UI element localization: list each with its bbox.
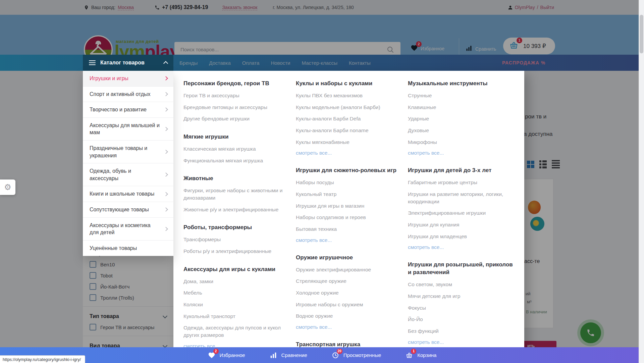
mega-menu-group-title[interactable]: Игрушки для сюжетно-ролевых игр — [296, 167, 398, 174]
count-badge: 20 — [337, 349, 342, 354]
sidebar-item-label: Книги и школьные товары — [90, 190, 154, 198]
mega-menu-item[interactable]: Без функций — [408, 327, 515, 335]
mega-menu-item[interactable]: Кукольный театр — [296, 191, 398, 198]
see-all-link[interactable]: смотреть все... — [408, 244, 515, 250]
catalog-button[interactable]: Каталог товаров — [83, 55, 173, 71]
mega-menu-item[interactable]: Дома, замки — [183, 278, 286, 285]
mega-menu-item[interactable]: Мячи детские для игр — [408, 293, 515, 300]
mega-menu-item[interactable]: Оружие электрифицированное — [296, 266, 398, 273]
bottombar-item-сравнение[interactable]: Сравнение — [269, 351, 307, 359]
sidebar-item[interactable]: Праздничные товары и украшения — [83, 141, 173, 163]
hamburger-icon — [89, 59, 96, 66]
mega-menu-item[interactable]: Струнные — [408, 92, 515, 99]
mega-menu-item[interactable]: Животные р/у и электрифицированные — [183, 206, 286, 213]
mega-menu-group: Игрушки для детей до 3-х летГабаритные и… — [408, 167, 515, 250]
mega-menu-item[interactable]: Игрушки для игры в магазин — [296, 202, 398, 210]
mega-menu-group-title[interactable]: Оружие игрушечное — [296, 254, 398, 262]
sidebar-item[interactable]: Уценённые товары — [83, 241, 173, 256]
sidebar-item-label: Одежда, обувь и аксессуары — [90, 167, 161, 182]
mega-menu-item[interactable]: Клавишные — [408, 104, 515, 111]
mega-menu-item[interactable]: Йо-Йо — [408, 316, 515, 323]
mega-menu-panel: Персонажи брендов, герои ТВГерои ТВ и ак… — [173, 71, 524, 363]
scrollbar-thumb[interactable] — [640, 15, 643, 53]
mega-menu-item[interactable]: Классическая мягкая игрушка — [183, 145, 286, 153]
bottombar-item-избранное[interactable]: 2Избранное — [208, 351, 245, 359]
sidebar-item[interactable]: Сопутствующие товары — [83, 202, 173, 218]
heart-icon: 2 — [208, 351, 216, 359]
mega-menu-group-title[interactable]: Игрушки для детей до 3-х лет — [408, 167, 515, 174]
mega-menu-item[interactable]: Игрушки на развитие моторики, логики, ко… — [408, 191, 515, 205]
mega-menu-item[interactable]: Холодное оружие — [296, 289, 398, 297]
mega-menu-item[interactable]: Роботы р/у и электрифицированные — [183, 248, 286, 255]
mega-menu-item[interactable]: Куклы-аналоги Барби noname — [296, 127, 398, 134]
mega-menu-item[interactable]: Герои ТВ и аксессуары — [183, 92, 286, 99]
bottom-quick-bar: 2ИзбранноеСравнение20Просмотренные1Корзи… — [0, 347, 644, 363]
mega-menu-item[interactable]: Куклы мягконабивные — [296, 139, 398, 146]
sidebar-item[interactable]: Аксессуары и косметика для детей — [83, 218, 173, 241]
mega-menu-item[interactable]: Коляски — [183, 301, 286, 308]
mega-menu-item[interactable]: Куклы-аналоги Барби Defa — [296, 115, 398, 122]
mega-menu-item[interactable]: Куклы модельные (аналоги Барби) — [296, 104, 398, 111]
history-icon: 20 — [331, 351, 339, 359]
mega-menu-item[interactable]: Стреляющее оружие — [296, 277, 398, 285]
mega-menu-item[interactable]: Мебель — [183, 289, 286, 297]
mega-menu-item[interactable]: Другие брендовые игрушки — [183, 115, 286, 122]
sidebar-item[interactable]: Одежда, обувь и аксессуары — [83, 163, 173, 186]
mega-menu-item[interactable]: Кукольный транспорт — [183, 313, 286, 320]
see-all-link[interactable]: смотреть все... — [296, 150, 398, 156]
mega-menu-group-title[interactable]: Роботы, трансформеры — [183, 224, 286, 231]
mega-menu-item[interactable]: Габаритные игровые центры — [408, 179, 515, 186]
mega-menu-item[interactable]: Функциональная мягкая игрушка — [183, 157, 286, 164]
mega-menu-item[interactable]: Ударные — [408, 115, 515, 122]
mega-menu-item[interactable]: Игровые наборы с оружием — [296, 301, 398, 308]
mega-menu-column: Куклы и наборы с кукламиКуклы ПВХ без ме… — [296, 80, 398, 363]
count-badge: 1 — [411, 349, 416, 354]
mega-menu-item[interactable]: Духовые — [408, 127, 515, 134]
chevron-right-icon — [164, 207, 168, 212]
mega-menu-group-title[interactable]: Животные — [183, 175, 286, 183]
see-all-link[interactable]: смотреть все... — [296, 324, 398, 330]
mega-menu-group-title[interactable]: Куклы и наборы с куклами — [296, 80, 398, 88]
mega-menu-item[interactable]: Наборы посуды — [296, 179, 398, 186]
chevron-right-icon — [164, 172, 168, 177]
mega-menu-group-title[interactable]: Музыкальные инструменты — [408, 80, 515, 88]
mega-menu-item[interactable]: Трансформеры — [183, 236, 286, 243]
mega-menu-item[interactable]: Игрушки для младенцев — [408, 233, 515, 240]
sidebar-item[interactable]: Спорт и активный отдых — [83, 87, 173, 102]
mega-menu-item[interactable]: Микрофоны — [408, 139, 515, 146]
sidebar-item[interactable]: Творчество и развитие — [83, 102, 173, 118]
mega-menu-group-title[interactable]: Персонажи брендов, герои ТВ — [183, 80, 286, 88]
mega-menu-item[interactable]: Одежда, аксессуары для пупсов и кукол др… — [183, 324, 286, 339]
see-all-link[interactable]: смотреть все... — [296, 237, 398, 243]
see-all-link[interactable]: смотреть все... — [408, 339, 515, 345]
sidebar-item-label: Уценённые товары — [90, 245, 137, 252]
sidebar-item[interactable]: Книги и школьные товары — [83, 186, 173, 202]
settings-button[interactable]: ⚙ — [0, 179, 15, 195]
catalog-sidebar-menu: Игрушки и игрыСпорт и активный отдыхТвор… — [83, 71, 173, 256]
mega-menu-group-title[interactable]: Мягкие игрушки — [183, 133, 286, 141]
sidebar-item-label: Игрушки и игры — [90, 75, 128, 82]
bottombar-item-label: Корзина — [417, 352, 436, 358]
sidebar-item[interactable]: Игрушки и игры — [83, 71, 173, 87]
bottombar-item-корзина[interactable]: 1Корзина — [405, 351, 436, 359]
mega-menu-item[interactable]: Фокусы — [408, 304, 515, 312]
chevron-right-icon — [164, 127, 168, 131]
mega-menu-item[interactable]: Фигурки, игровые наборы с животными и ди… — [183, 187, 286, 201]
scrollbar — [639, 0, 644, 363]
see-all-link[interactable]: смотреть все... — [408, 150, 515, 156]
mega-menu-item[interactable]: Бытовая техника — [296, 225, 398, 233]
mega-menu-item[interactable]: Со светом, звуком — [408, 281, 515, 288]
sidebar-item[interactable]: Аксессуары для малышей и мам — [83, 118, 173, 141]
mega-menu-item[interactable]: Брендовые питомцы и аксессуары — [183, 104, 286, 111]
mega-menu-group: Мягкие игрушкиКлассическая мягкая игрушк… — [183, 133, 286, 164]
mega-menu-group: Куклы и наборы с кукламиКуклы ПВХ без ме… — [296, 80, 398, 156]
mega-menu-item[interactable]: Наборы солдатиков и героев — [296, 214, 398, 221]
mega-menu-group-title[interactable]: Аксессуары для игры с куклами — [183, 266, 286, 273]
mega-menu-group-title[interactable]: Игрушки для розыгрышей, приколов и развл… — [408, 261, 515, 276]
mega-menu-item[interactable]: Водное оружие — [296, 312, 398, 320]
mega-menu-item[interactable]: Игрушки для купания — [408, 221, 515, 228]
bottombar-item-просмотренные[interactable]: 20Просмотренные — [331, 351, 381, 359]
mega-menu-item[interactable]: Электрифицированные игрушки — [408, 209, 515, 217]
mega-menu-item[interactable]: Куклы ПВХ без механизмов — [296, 92, 398, 99]
mega-menu-group: Музыкальные инструментыСтрунныеКлавишные… — [408, 80, 515, 156]
